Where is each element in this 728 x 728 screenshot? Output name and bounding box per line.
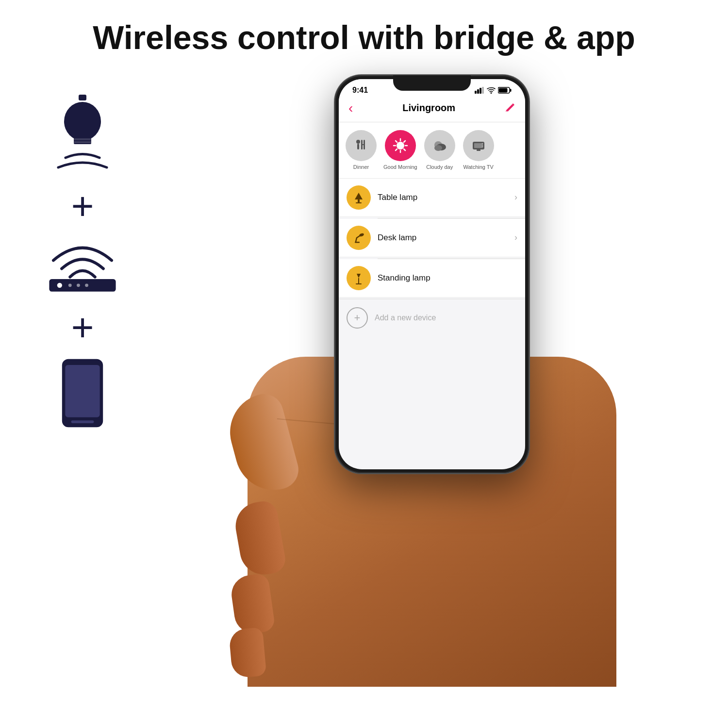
add-device-label: Add a new device	[375, 314, 436, 322]
status-time: 9:41	[352, 86, 368, 95]
battery-icon	[498, 87, 512, 94]
bulb-icon-item	[49, 95, 116, 172]
svg-rect-19	[499, 88, 508, 92]
svg-rect-12	[71, 420, 94, 423]
svg-point-8	[77, 283, 80, 287]
dinner-label: Dinner	[353, 164, 369, 170]
svg-rect-4	[74, 141, 91, 143]
svg-rect-3	[74, 138, 91, 140]
svg-point-9	[85, 283, 88, 287]
svg-point-6	[57, 283, 62, 288]
app-title: Livingroom	[402, 102, 455, 114]
svg-rect-14	[477, 89, 479, 94]
svg-point-40	[481, 143, 483, 144]
standing-lamp-row[interactable]: Standing lamp	[339, 259, 525, 298]
table-lamp-icon	[347, 185, 371, 210]
dinner-circle	[346, 130, 377, 161]
finger-shape-1	[232, 499, 288, 578]
svg-point-36	[434, 145, 442, 151]
left-icons-column: + +	[0, 66, 136, 716]
svg-rect-47	[356, 283, 362, 284]
svg-rect-42	[358, 199, 360, 202]
svg-point-7	[68, 283, 72, 287]
desk-lamp-chevron: ›	[514, 232, 517, 243]
svg-rect-11	[65, 365, 99, 417]
thumb-shape	[221, 390, 303, 498]
phone-hand-container: 9:41	[286, 75, 578, 658]
good-morning-label: Good Morning	[383, 164, 417, 170]
add-device-icon: +	[347, 307, 368, 329]
plus-sign-1: +	[71, 187, 94, 226]
table-lamp-row[interactable]: Table lamp ›	[339, 179, 525, 217]
svg-line-30	[396, 141, 397, 142]
desk-lamp-row[interactable]: Desk lamp ›	[339, 219, 525, 257]
standing-lamp-name: Standing lamp	[378, 273, 517, 283]
smartphone-icon-item	[53, 357, 112, 430]
svg-rect-46	[358, 278, 359, 283]
header-title: Wireless control with bridge & app	[93, 19, 635, 56]
svg-rect-0	[79, 95, 86, 100]
svg-point-17	[491, 92, 492, 94]
svg-rect-43	[356, 202, 362, 203]
svg-line-31	[404, 149, 405, 150]
status-icons	[475, 87, 512, 94]
bridge-icon-item	[44, 235, 121, 294]
svg-rect-16	[482, 87, 484, 94]
good-morning-circle	[385, 130, 416, 161]
back-button[interactable]: ‹	[348, 100, 353, 116]
edit-button[interactable]	[505, 102, 515, 115]
add-device-row[interactable]: + Add a new device	[339, 299, 525, 336]
wifi-icon	[487, 87, 496, 94]
svg-point-21	[356, 140, 360, 144]
scene-watching-tv[interactable]: Watching TV	[462, 130, 495, 170]
svg-rect-22	[357, 144, 359, 149]
svg-line-32	[404, 141, 405, 142]
svg-line-33	[396, 149, 397, 150]
plus-sign-2: +	[71, 308, 94, 347]
cloudy-day-circle	[424, 130, 455, 161]
watching-tv-circle	[463, 130, 494, 161]
status-bar: 9:41	[339, 79, 525, 97]
device-list: Table lamp ›	[339, 179, 525, 336]
desk-lamp-icon	[347, 226, 371, 250]
svg-rect-45	[355, 242, 360, 243]
svg-rect-39	[477, 149, 480, 151]
standing-lamp-icon	[347, 266, 371, 290]
phone-frame: 9:41	[335, 75, 529, 473]
svg-point-25	[397, 142, 404, 149]
finger-shape-3	[229, 627, 266, 678]
signal-icon	[475, 87, 484, 94]
page-header: Wireless control with bridge & app	[0, 0, 728, 66]
svg-rect-15	[480, 88, 481, 94]
scene-dinner[interactable]: Dinner	[345, 130, 378, 170]
app-header: ‹ Livingroom	[339, 97, 525, 122]
svg-rect-20	[510, 89, 512, 92]
svg-rect-38	[474, 143, 483, 148]
table-lamp-name: Table lamp	[378, 193, 514, 202]
svg-point-41	[481, 145, 483, 147]
desk-lamp-name: Desk lamp	[378, 233, 514, 243]
cloudy-day-label: Cloudy day	[426, 164, 453, 170]
finger-shape-2	[229, 573, 276, 636]
scene-cloudy-day[interactable]: Cloudy day	[423, 130, 456, 170]
svg-rect-13	[475, 91, 477, 94]
main-content: + +	[0, 66, 728, 716]
scene-good-morning[interactable]: Good Morning	[383, 130, 417, 170]
phone-area: 9:41	[136, 66, 728, 716]
scene-selector: Dinner	[339, 122, 525, 179]
watching-tv-label: Watching TV	[463, 164, 494, 170]
table-lamp-chevron: ›	[514, 192, 517, 202]
phone-screen: 9:41	[339, 79, 525, 469]
